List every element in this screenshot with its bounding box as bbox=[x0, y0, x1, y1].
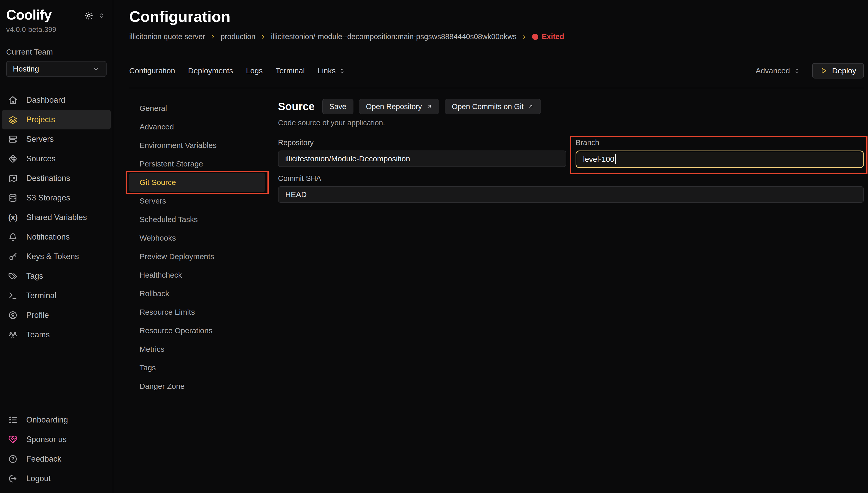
open-repository-button[interactable]: Open Repository bbox=[359, 99, 439, 114]
branch-input[interactable]: level-100 bbox=[576, 151, 864, 168]
theme-selector-chevrons-icon[interactable] bbox=[98, 12, 105, 19]
sidebar-item-label: Dashboard bbox=[26, 95, 65, 105]
sidebar-item-label: Sponsor us bbox=[26, 435, 67, 444]
chevron-down-icon bbox=[92, 65, 100, 73]
sidebar-item-sponsor-us[interactable]: Sponsor us bbox=[2, 430, 111, 449]
sidebar-item-shared-variables[interactable]: (x) Shared Variables bbox=[2, 208, 111, 227]
sidebar-item-servers[interactable]: Servers bbox=[2, 129, 111, 149]
sidebar-item-label: Feedback bbox=[26, 454, 61, 464]
repository-field: Repository bbox=[278, 138, 566, 168]
commit-sha-input[interactable] bbox=[278, 186, 864, 203]
breadcrumb-environment[interactable]: production bbox=[220, 33, 255, 41]
save-button[interactable]: Save bbox=[322, 99, 353, 114]
sidebar-item-label: Terminal bbox=[26, 291, 56, 300]
team-select[interactable]: Hosting bbox=[6, 61, 107, 77]
subnav-item-preview-deployments[interactable]: Preview Deployments bbox=[129, 247, 265, 266]
sidebar-item-tags[interactable]: Tags bbox=[2, 266, 111, 286]
app-logo: Coolify bbox=[6, 7, 51, 22]
subnav-item-general[interactable]: General bbox=[129, 99, 265, 117]
tab-label: Deployments bbox=[188, 66, 233, 75]
sidebar-item-profile[interactable]: Profile bbox=[2, 305, 111, 325]
subnav-item-persistent-storage[interactable]: Persistent Storage bbox=[129, 155, 265, 173]
deploy-button[interactable]: Deploy bbox=[812, 63, 864, 79]
sidebar-item-keys-tokens[interactable]: Keys & Tokens bbox=[2, 247, 111, 266]
sidebar-item-onboarding[interactable]: Onboarding bbox=[2, 410, 111, 430]
git-source-panel: Source Save Open Repository Open Commits… bbox=[265, 99, 864, 493]
theme-toggle-sun-icon[interactable] bbox=[84, 11, 93, 20]
git-source-icon bbox=[8, 154, 18, 164]
chevrons-up-down-icon bbox=[793, 67, 800, 74]
tab-logs[interactable]: Logs bbox=[246, 66, 263, 75]
key-icon bbox=[8, 252, 18, 261]
sidebar-item-label: Destinations bbox=[26, 174, 70, 183]
chevron-right-icon bbox=[260, 34, 266, 40]
subnav-item-resource-operations[interactable]: Resource Operations bbox=[129, 321, 265, 340]
subnav-item-environment-variables[interactable]: Environment Variables bbox=[129, 136, 265, 155]
tab-deployments[interactable]: Deployments bbox=[188, 66, 233, 75]
sidebar-item-label: Sources bbox=[26, 154, 56, 164]
map-icon bbox=[8, 174, 18, 183]
sidebar-item-sources[interactable]: Sources bbox=[2, 149, 111, 169]
chevron-right-icon bbox=[210, 34, 216, 40]
tab-configuration[interactable]: Configuration bbox=[129, 66, 175, 75]
subnav-item-rollback[interactable]: Rollback bbox=[129, 284, 265, 303]
subnav-item-metrics[interactable]: Metrics bbox=[129, 340, 265, 359]
subnav-item-scheduled-tasks[interactable]: Scheduled Tasks bbox=[129, 210, 265, 229]
subnav-item-advanced[interactable]: Advanced bbox=[129, 117, 265, 136]
main-content: Configuration illicitonion quote server … bbox=[113, 0, 868, 493]
breadcrumb-application[interactable]: illicitestonion/-module--decomposition:m… bbox=[271, 33, 516, 41]
save-label: Save bbox=[329, 102, 346, 111]
advanced-selector[interactable]: Advanced bbox=[756, 66, 800, 75]
open-commits-button[interactable]: Open Commits on Git bbox=[445, 99, 541, 114]
subnav-item-servers[interactable]: Servers bbox=[129, 192, 265, 210]
breadcrumb-project[interactable]: illicitonion quote server bbox=[129, 33, 205, 41]
branch-input-value: level-100 bbox=[583, 155, 614, 164]
open-repository-label: Open Repository bbox=[366, 102, 422, 111]
tab-links[interactable]: Links bbox=[318, 66, 345, 75]
config-subnav: General Advanced Environment Variables P… bbox=[129, 99, 265, 493]
sidebar-item-terminal[interactable]: Terminal bbox=[2, 286, 111, 305]
sidebar-item-label: Logout bbox=[26, 474, 51, 483]
sidebar-item-destinations[interactable]: Destinations bbox=[2, 169, 111, 188]
subnav-item-webhooks[interactable]: Webhooks bbox=[129, 229, 265, 247]
sidebar-item-logout[interactable]: Logout bbox=[2, 469, 111, 488]
sidebar-item-label: Shared Variables bbox=[26, 213, 87, 222]
sidebar-item-dashboard[interactable]: Dashboard bbox=[2, 90, 111, 110]
heart-handshake-icon bbox=[8, 435, 18, 444]
sidebar-item-feedback[interactable]: Feedback bbox=[2, 449, 111, 469]
sidebar-item-label: Servers bbox=[26, 134, 54, 144]
subnav-item-danger-zone[interactable]: Danger Zone bbox=[129, 377, 265, 395]
sidebar-item-label: Onboarding bbox=[26, 415, 68, 425]
subnav-item-resource-limits[interactable]: Resource Limits bbox=[129, 303, 265, 321]
sidebar-item-projects[interactable]: Projects bbox=[2, 110, 111, 129]
sidebar-item-s3-storages[interactable]: S3 Storages bbox=[2, 188, 111, 208]
layers-icon bbox=[8, 115, 18, 124]
status-label: Exited bbox=[542, 33, 564, 41]
sidebar-item-label: S3 Storages bbox=[26, 193, 70, 202]
sidebar-item-label: Profile bbox=[26, 310, 49, 320]
team-select-value: Hosting bbox=[13, 65, 39, 73]
branch-label: Branch bbox=[576, 138, 864, 147]
breadcrumb: illicitonion quote server production ill… bbox=[129, 33, 864, 41]
sidebar-item-notifications[interactable]: Notifications bbox=[2, 227, 111, 247]
tab-label: Links bbox=[318, 66, 336, 75]
user-circle-icon bbox=[8, 310, 18, 320]
subnav-item-tags[interactable]: Tags bbox=[129, 359, 265, 377]
braces-x-icon: (x) bbox=[8, 213, 18, 222]
deploy-label: Deploy bbox=[832, 66, 856, 75]
logout-icon bbox=[8, 474, 18, 483]
sidebar-item-teams[interactable]: Teams bbox=[2, 325, 111, 345]
subnav-item-healthcheck[interactable]: Healthcheck bbox=[129, 266, 265, 284]
users-icon bbox=[8, 330, 18, 339]
sidebar-item-label: Keys & Tokens bbox=[26, 252, 79, 261]
sidebar-header: Coolify v4.0.0-beta.399 Current Team Hos… bbox=[0, 7, 113, 77]
tab-divider bbox=[129, 88, 864, 88]
tab-terminal[interactable]: Terminal bbox=[276, 66, 305, 75]
repository-input[interactable] bbox=[278, 151, 566, 167]
tags-icon bbox=[8, 272, 18, 281]
subnav-item-git-source[interactable]: Git Source bbox=[129, 173, 265, 192]
sidebar-item-label: Teams bbox=[26, 330, 50, 339]
tab-label: Logs bbox=[246, 66, 263, 75]
current-team-label: Current Team bbox=[6, 48, 107, 56]
chevron-right-icon bbox=[521, 34, 527, 40]
